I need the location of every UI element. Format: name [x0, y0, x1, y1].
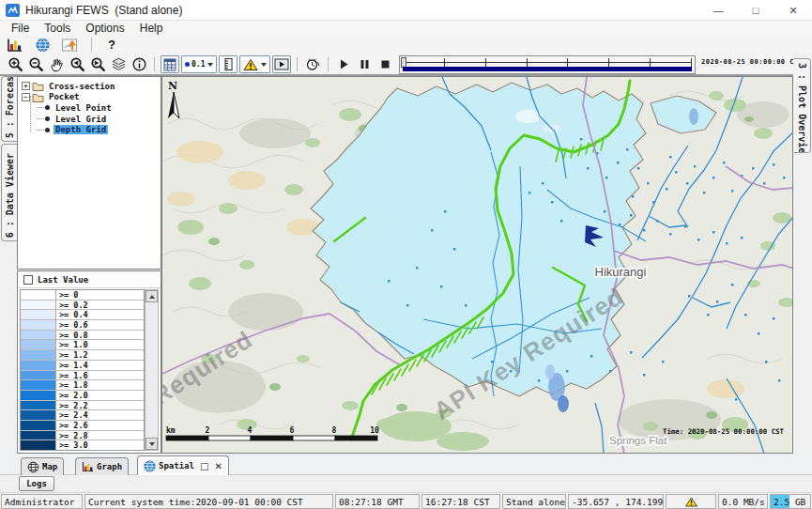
- legend-color-swatch: [21, 361, 56, 371]
- status-gmt-time: 08:27:18 GMT: [335, 494, 420, 509]
- legend-row[interactable]: >= 1.6: [21, 371, 144, 381]
- legend-color-swatch: [21, 410, 56, 421]
- stop-icon[interactable]: [375, 55, 394, 73]
- scroll-up-button[interactable]: [146, 290, 158, 302]
- zoom-previous-icon[interactable]: [68, 55, 86, 73]
- scroll-down-button[interactable]: [146, 438, 158, 450]
- legend-class-label: >= 1.4: [56, 361, 144, 371]
- logs-button[interactable]: Logs: [19, 476, 54, 491]
- contour-interval-dropdown[interactable]: 0.1: [181, 55, 217, 73]
- legend-scrollbar[interactable]: [145, 289, 159, 451]
- status-coordinates: -35.657 , 174.199: [568, 494, 664, 509]
- menu-item[interactable]: Tools: [37, 21, 78, 36]
- sidebar-tab-label: 5 : Forecast: [5, 76, 15, 138]
- node-bullet-icon: [45, 116, 50, 121]
- logs-row: Logs: [0, 475, 812, 492]
- warnings-dropdown[interactable]: [239, 55, 270, 73]
- interval-value: 0.1: [192, 60, 205, 69]
- legend-row[interactable]: >= 0.4: [21, 310, 144, 320]
- sidebar-tab-data-viewer[interactable]: 6 : Data Viewer: [1, 144, 17, 241]
- map-view[interactable]: API Key Required API Key Required N km 2…: [161, 76, 793, 454]
- info-icon[interactable]: [130, 55, 148, 73]
- app-logo-icon: [6, 4, 20, 21]
- tree-node-depth-grid[interactable]: Depth Grid: [18, 124, 161, 135]
- tree-node-level-grid[interactable]: Level Grid: [18, 114, 161, 125]
- map-globe-icon[interactable]: [33, 36, 52, 54]
- tab-graph[interactable]: Graph: [75, 457, 129, 475]
- application-window: Hikurangi FEWS (Stand alone) — □ ✕ FileT…: [0, 0, 812, 509]
- tree-node-level-point[interactable]: Level Point: [18, 102, 161, 114]
- expand-icon[interactable]: +: [22, 82, 30, 90]
- sidebar-tab-label: 3 : Plot Overview: [797, 63, 807, 153]
- animation-movie-icon[interactable]: [272, 55, 291, 73]
- tab-maximize-icon[interactable]: □: [200, 461, 208, 471]
- menu-item[interactable]: File: [4, 21, 37, 36]
- time-slider[interactable]: [399, 55, 696, 74]
- warning-triangle-icon: [685, 497, 697, 507]
- legend-class-label: >= 1.8: [56, 380, 144, 391]
- maximize-button[interactable]: □: [737, 0, 774, 21]
- legend-row[interactable]: >= 2.4: [21, 410, 144, 421]
- tree-node-label[interactable]: Pocket: [47, 92, 82, 101]
- north-label: N: [168, 80, 177, 92]
- legend-header: Last Value: [18, 271, 161, 288]
- zoom-in-icon[interactable]: [6, 55, 24, 73]
- tree-node-cross-section[interactable]: + Cross-section: [18, 81, 161, 92]
- menu-item[interactable]: Help: [132, 21, 171, 36]
- legend-row[interactable]: >= 2.8: [21, 431, 144, 441]
- legend-row[interactable]: >= 0.8: [21, 331, 144, 341]
- tree-node-label-selected[interactable]: Depth Grid: [54, 125, 108, 134]
- legend-row[interactable]: >= 1.4: [21, 361, 144, 371]
- legend-row[interactable]: >= 2.2: [21, 401, 144, 411]
- legend-color-swatch: [21, 371, 56, 381]
- collapse-icon[interactable]: −: [22, 93, 30, 101]
- help-icon[interactable]: ?: [104, 38, 119, 52]
- legend-row[interactable]: >= 1.2: [21, 350, 144, 361]
- sidebar-tab-forecast[interactable]: 5 : Forecast: [1, 76, 17, 142]
- scalar-chart-icon[interactable]: [60, 36, 79, 54]
- legend-row[interactable]: >= 1.0: [21, 340, 144, 350]
- scale-tick-label: 2: [206, 426, 210, 435]
- legend-row[interactable]: >= 0: [21, 290, 144, 301]
- legend-class-table: >= 0 >= 0.2 >= 0.4 >= 0.6: [20, 289, 145, 451]
- tab-label: Map: [42, 462, 57, 471]
- close-button[interactable]: ✕: [774, 0, 812, 21]
- zoom-out-icon[interactable]: [26, 55, 45, 73]
- sidebar-tab-plot-overview[interactable]: 3 : Plot Overview: [794, 58, 811, 153]
- tab-spatial-active[interactable]: Spatial □ ✕: [137, 455, 229, 475]
- minimize-button[interactable]: —: [699, 0, 737, 21]
- animation-timer-icon[interactable]: [303, 55, 322, 73]
- scale-tick-label: 8: [332, 426, 337, 435]
- zoom-next-icon[interactable]: [88, 55, 107, 73]
- last-value-checkbox[interactable]: [23, 275, 33, 285]
- status-download-rate: 0.0 MB/s: [718, 494, 768, 509]
- legend-row[interactable]: >= 1.8: [21, 380, 144, 391]
- grid-display-icon[interactable]: [161, 55, 179, 73]
- scale-unit-label: km: [166, 426, 176, 435]
- status-bar: Administrator Current system time:2020-0…: [0, 492, 812, 509]
- map-canvas[interactable]: API Key Required API Key Required N km 2…: [162, 77, 793, 454]
- legend-row[interactable]: >= 0.2: [21, 301, 144, 311]
- tree-node-label[interactable]: Cross-section: [47, 82, 116, 91]
- legend-row[interactable]: >= 2.6: [21, 421, 144, 431]
- tree-node-pocket[interactable]: − Pocket: [18, 92, 161, 103]
- pan-hand-icon[interactable]: [47, 55, 66, 73]
- legend-class-label: >= 0.8: [56, 331, 144, 341]
- ruler-icon[interactable]: [219, 55, 237, 73]
- database-chart-icon[interactable]: [6, 36, 24, 54]
- tree-node-label[interactable]: Level Grid: [54, 115, 108, 124]
- menu-item[interactable]: Options: [78, 21, 131, 36]
- pause-icon[interactable]: [355, 55, 374, 73]
- legend-row[interactable]: >= 2.0: [21, 391, 144, 401]
- tab-close-icon[interactable]: ✕: [214, 461, 222, 471]
- legend-color-swatch: [21, 310, 56, 320]
- legend-row[interactable]: >= 0.6: [21, 320, 144, 331]
- tree-node-label[interactable]: Level Point: [54, 103, 114, 113]
- play-icon[interactable]: [334, 55, 353, 73]
- interval-dot-icon: [185, 62, 190, 67]
- place-label-springs-flat: Springs Flat: [609, 435, 667, 446]
- toolbar-separator: [297, 57, 298, 71]
- layers-icon[interactable]: [109, 55, 128, 73]
- legend-row[interactable]: >= 3.0: [21, 440, 144, 451]
- tab-map[interactable]: Map: [21, 457, 64, 475]
